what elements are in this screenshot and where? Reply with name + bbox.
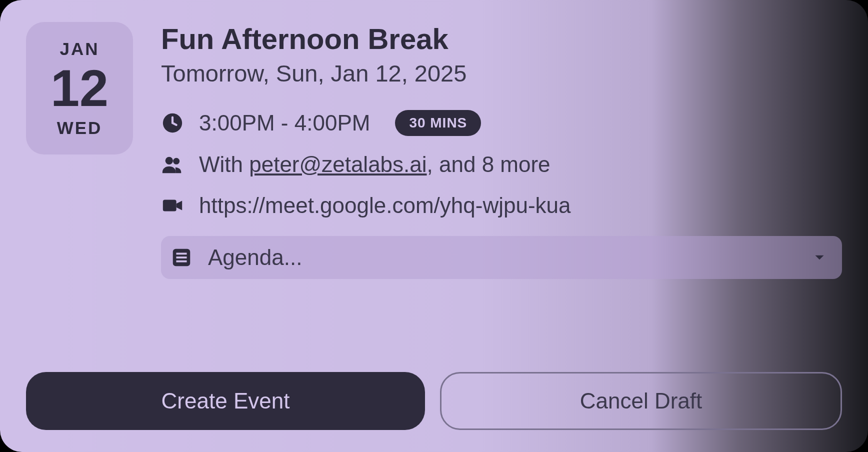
attendee-email-link[interactable]: peter@zetalabs.ai	[249, 152, 426, 176]
time-row: 3:00PM - 4:00PM 30 MINS	[161, 110, 842, 136]
date-badge: JAN 12 WED	[26, 22, 133, 154]
meeting-link-row: https://meet.google.com/yhq-wjpu-kua	[161, 193, 842, 218]
event-card: JAN 12 WED Fun Afternoon Break Tomorrow,…	[0, 0, 868, 452]
chevron-down-icon	[811, 249, 828, 266]
event-subtitle: Tomorrow, Sun, Jan 12, 2025	[161, 60, 842, 87]
attendees-text: With peter@zetalabs.ai, and 8 more	[199, 152, 550, 177]
svg-rect-6	[176, 256, 186, 258]
people-icon	[161, 153, 184, 176]
time-text: 3:00PM - 4:00PM	[199, 110, 370, 136]
create-event-button[interactable]: Create Event	[26, 372, 425, 430]
attendees-prefix: With	[199, 152, 249, 176]
agenda-icon	[170, 246, 193, 269]
attendees-suffix: , and 8 more	[427, 152, 550, 176]
meeting-link-text[interactable]: https://meet.google.com/yhq-wjpu-kua	[199, 193, 571, 218]
top-row: JAN 12 WED Fun Afternoon Break Tomorrow,…	[26, 22, 842, 353]
agenda-placeholder: Agenda...	[208, 245, 302, 270]
svg-rect-3	[163, 200, 176, 212]
svg-point-1	[166, 157, 173, 164]
event-content: Fun Afternoon Break Tomorrow, Sun, Jan 1…	[161, 22, 842, 353]
button-row: Create Event Cancel Draft	[26, 372, 842, 430]
date-day: 12	[50, 62, 108, 114]
clock-icon	[161, 112, 184, 134]
duration-pill: 30 MINS	[395, 110, 481, 136]
date-dow: WED	[57, 118, 102, 138]
cancel-draft-button[interactable]: Cancel Draft	[440, 372, 842, 430]
video-icon	[161, 194, 184, 217]
agenda-row[interactable]: Agenda...	[161, 236, 842, 279]
svg-point-2	[173, 158, 180, 164]
event-title: Fun Afternoon Break	[161, 22, 842, 56]
svg-rect-5	[176, 252, 186, 254]
attendees-row: With peter@zetalabs.ai, and 8 more	[161, 152, 842, 177]
svg-rect-7	[176, 260, 186, 262]
date-month: JAN	[60, 39, 99, 59]
